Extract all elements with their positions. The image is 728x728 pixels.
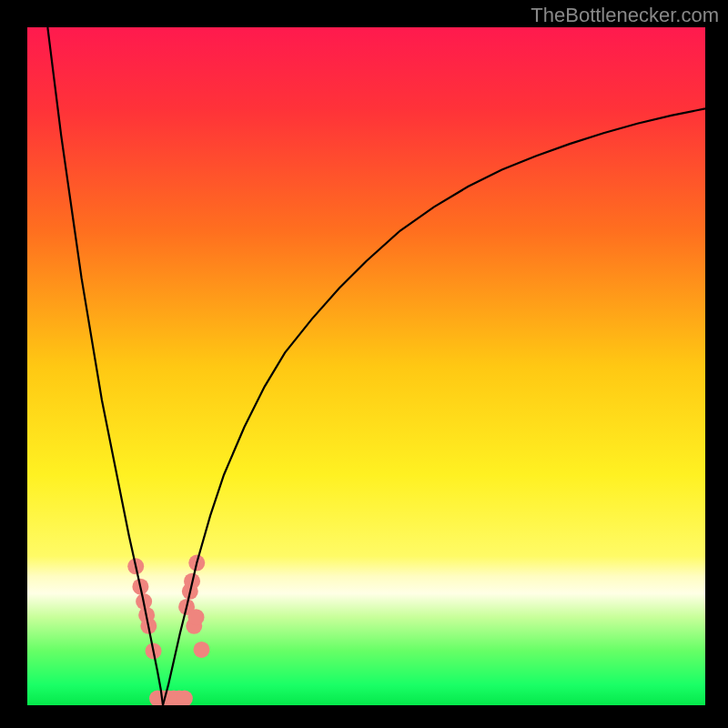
plot-svg xyxy=(27,27,705,705)
marker-dot xyxy=(188,609,205,625)
marker-dot xyxy=(193,642,209,658)
plot-area xyxy=(27,27,705,705)
chart-frame: TheBottlenecker.com xyxy=(0,0,728,728)
gradient-background xyxy=(27,27,705,705)
watermark-text: TheBottlenecker.com xyxy=(531,4,719,27)
